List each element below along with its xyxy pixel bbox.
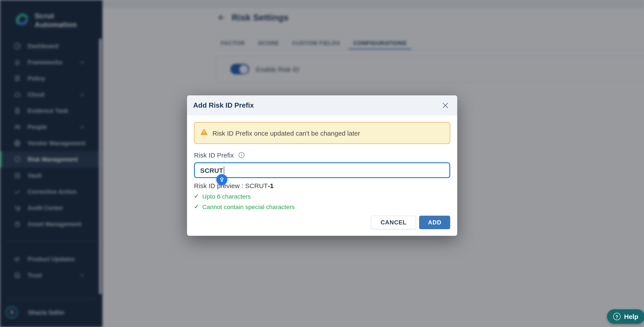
risk-id-preview-number: -1 [268,182,274,189]
question-mark-icon: ? [613,313,620,320]
help-button[interactable]: ? Help [607,309,644,324]
modal-header: Add Risk ID Prefix [187,95,457,115]
caps-lock-indicator-icon [216,174,227,185]
risk-id-prefix-label: Risk ID Prefix [194,151,234,159]
modal-footer: CANCEL ADD [194,216,450,229]
warning-icon [200,128,208,138]
risk-id-prefix-input[interactable]: SCRUT [194,162,450,178]
check-icon: ✓ [194,193,199,200]
cancel-button[interactable]: CANCEL [371,216,416,229]
warning-banner: Risk ID Prefix once updated can't be cha… [194,122,450,144]
info-icon[interactable] [238,151,245,159]
add-risk-id-prefix-modal: Add Risk ID Prefix Risk ID Prefix once u… [187,95,457,236]
validation-rule: ✓ Upto 6 characters [194,193,450,200]
input-value: SCRUT [200,166,223,174]
help-label: Help [624,313,638,320]
validation-rule: ✓ Cannot contain special characters [194,203,450,210]
close-icon[interactable] [441,101,450,110]
modal-title: Add Risk ID Prefix [193,101,254,109]
screen: Scrut Automation DashboardFrameworksPoli… [0,0,644,327]
add-button[interactable]: ADD [419,216,450,229]
warning-text: Risk ID Prefix once updated can't be cha… [212,129,360,137]
risk-id-preview: Risk ID preview : SCRUT-1 [194,182,450,189]
text-caret [224,166,224,174]
field-label-row: Risk ID Prefix [194,151,450,159]
modal-body: Risk ID Prefix once updated can't be cha… [187,115,457,236]
check-icon: ✓ [194,203,199,210]
